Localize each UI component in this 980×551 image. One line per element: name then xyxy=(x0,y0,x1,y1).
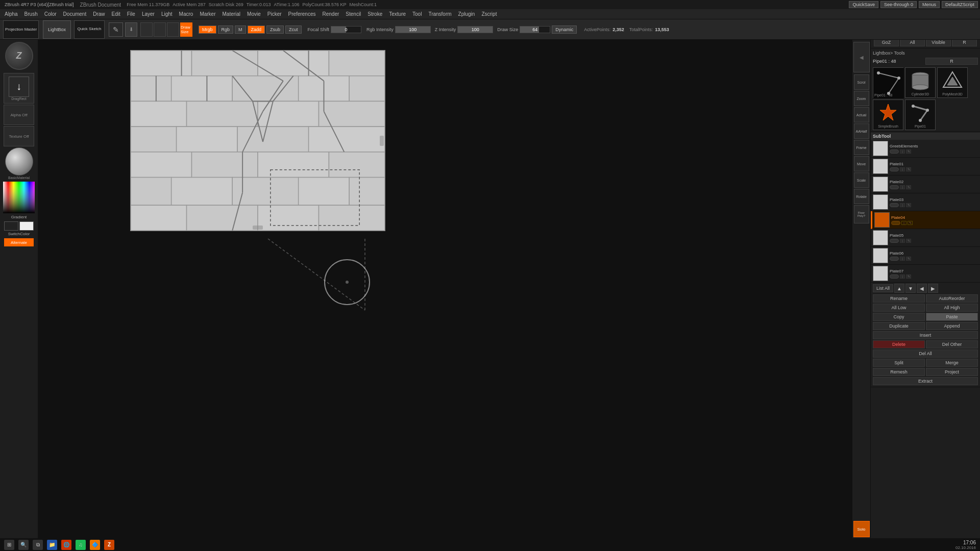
menu-preferences[interactable]: Preferences xyxy=(286,11,318,17)
zadd-button[interactable]: Zadd xyxy=(248,26,265,34)
floor-button[interactable]: Floor Poly? xyxy=(854,205,869,223)
move-down-button[interactable]: ▼ xyxy=(905,284,916,293)
actual-button[interactable]: Actual xyxy=(854,107,869,122)
lightbox-button[interactable]: LightBox xyxy=(43,20,71,39)
menu-movie[interactable]: Movie xyxy=(244,11,263,17)
polymesh3d-button[interactable]: PolyMesh3D xyxy=(937,67,968,98)
simplebrush-button[interactable]: SimpleBrush xyxy=(873,99,903,130)
menu-color[interactable]: Color xyxy=(42,11,59,17)
rgb-button[interactable]: Rgb xyxy=(218,26,234,34)
extract-button[interactable]: Extract xyxy=(873,377,978,385)
rotate-button[interactable]: Rotate xyxy=(854,189,869,204)
switch-color-swatch[interactable] xyxy=(4,221,34,231)
menu-document[interactable]: Document xyxy=(61,11,89,17)
start-button[interactable]: ⊞ xyxy=(4,540,14,550)
zbrush-logo[interactable]: Z xyxy=(5,42,33,70)
subtool-paste-button[interactable]: Paste xyxy=(926,313,978,321)
cylinder3d-button[interactable]: Cylinder3D xyxy=(905,67,936,98)
subtool-plate06[interactable]: Plate06 | ✎ xyxy=(871,247,980,265)
menu-light[interactable]: Light xyxy=(159,11,175,17)
subtool-copy-button[interactable]: Copy xyxy=(873,313,925,321)
canvas-area[interactable] xyxy=(38,40,870,538)
scale-button[interactable]: Scale xyxy=(854,172,869,188)
scroll-button[interactable]: Scrol xyxy=(854,74,869,90)
menus-button[interactable]: Menus xyxy=(919,1,940,8)
menu-macro[interactable]: Macro xyxy=(177,11,196,17)
symmetry2-button[interactable] xyxy=(154,22,166,37)
menu-draw[interactable]: Draw xyxy=(90,11,107,17)
delete-button[interactable]: Delete xyxy=(873,340,925,348)
menu-brush[interactable]: Brush xyxy=(22,11,40,17)
duplicate-button[interactable]: Duplicate xyxy=(873,322,925,330)
menu-alpha[interactable]: Alpha xyxy=(2,11,20,17)
draw-mode-button[interactable]: ⬇ xyxy=(125,22,137,37)
menu-picker[interactable]: Picker xyxy=(265,11,284,17)
spotify-button[interactable]: ♫ xyxy=(76,540,86,550)
subtool-plate01[interactable]: Plate01 | ✎ xyxy=(871,158,980,176)
canvas-artwork[interactable] xyxy=(130,50,385,231)
color-picker[interactable] xyxy=(3,182,35,213)
mrgb-button[interactable]: Mrgb xyxy=(199,26,216,34)
solo-button[interactable]: Solo xyxy=(853,521,870,537)
menu-zplugin[interactable]: Zplugin xyxy=(456,11,478,17)
pipe-r-button[interactable]: R xyxy=(925,58,978,65)
pipe-preview[interactable]: Pipe01 : 48 xyxy=(873,67,903,98)
list-all-button[interactable]: List All xyxy=(873,284,893,292)
draw-active-button[interactable]: Draw Size xyxy=(180,22,192,37)
insert-button[interactable]: Insert xyxy=(873,331,978,339)
menu-zscript[interactable]: Zscript xyxy=(479,11,499,17)
zcut-button[interactable]: Zcut xyxy=(285,26,302,34)
zsub-button[interactable]: Zsub xyxy=(266,26,284,34)
quicksave-button[interactable]: QuickSave xyxy=(849,1,878,8)
seethrough-button[interactable]: See-through 0 xyxy=(880,1,917,8)
canvas-resize-handle[interactable]: ◀ xyxy=(853,42,870,72)
draw-size-slider[interactable]: 64 xyxy=(520,26,550,33)
all-low-button[interactable]: All Low xyxy=(873,304,925,312)
menu-stencil[interactable]: Stencil xyxy=(343,11,363,17)
menu-marker[interactable]: Marker xyxy=(197,11,218,17)
subtool-plate07[interactable]: Plate07 | ✎ xyxy=(871,265,980,283)
all-high-button[interactable]: All High xyxy=(926,304,978,312)
split-button[interactable]: Split xyxy=(873,359,925,367)
remesh-button[interactable]: Remesh xyxy=(873,368,925,376)
move-button[interactable]: Move xyxy=(854,156,869,171)
material-button[interactable]: BasicMaterial xyxy=(5,147,33,180)
auto-reorder-button[interactable]: AutoReorder xyxy=(926,294,978,303)
z-intensity-slider[interactable]: 100 xyxy=(457,26,493,33)
subtool-plate03[interactable]: Plate03 | ✎ xyxy=(871,193,980,211)
frame-button[interactable]: Frame xyxy=(854,140,869,155)
menu-texture[interactable]: Texture xyxy=(386,11,408,17)
symmetry-button[interactable] xyxy=(140,22,153,37)
aahalff-button[interactable]: AAHalf xyxy=(854,123,869,139)
move-left-button[interactable]: ◀ xyxy=(917,284,927,293)
subtool-plate02[interactable]: Plate02 | ✎ xyxy=(871,176,980,193)
menu-tool[interactable]: Tool xyxy=(410,11,424,17)
move-up-button[interactable]: ▲ xyxy=(894,284,904,293)
draw-tool-button[interactable]: ↓ DragRect xyxy=(4,73,34,104)
defaultzscript-button[interactable]: DefaultZScript xyxy=(942,1,978,8)
task-view-button[interactable]: ⧉ xyxy=(33,540,43,550)
menu-material[interactable]: Material xyxy=(220,11,243,17)
subtool-plate05[interactable]: Plate05 | ✎ xyxy=(871,229,980,247)
browser-button[interactable]: 🌐 xyxy=(61,540,71,550)
explorer-button[interactable]: 📁 xyxy=(47,540,57,550)
menu-render[interactable]: Render xyxy=(320,11,342,17)
append-button[interactable]: Append xyxy=(926,322,978,330)
symmetry3-button[interactable] xyxy=(167,22,179,37)
del-all-button[interactable]: Del All xyxy=(873,349,978,358)
quick-sketch-button[interactable]: Quick Sketch xyxy=(74,20,105,39)
subtool-plate04[interactable]: Plate04 | ✎ xyxy=(871,211,980,229)
menu-file[interactable]: File xyxy=(125,11,138,17)
menu-edit[interactable]: Edit xyxy=(109,11,123,17)
menu-transform[interactable]: Transform xyxy=(426,11,454,17)
texture-off-button[interactable]: Texture Off xyxy=(4,126,34,146)
alternate-button[interactable]: Alternate xyxy=(4,238,34,246)
rgb-intensity-slider[interactable]: 100 xyxy=(395,26,431,33)
merge-button[interactable]: Merge xyxy=(926,359,978,367)
draw-icon-button[interactable]: ✎ xyxy=(109,22,123,37)
pipe01-button[interactable]: Pipe01 xyxy=(905,99,936,130)
zbrush-button[interactable]: Z xyxy=(104,540,114,550)
alpha-off-button[interactable]: Alpha Off xyxy=(4,105,34,125)
del-other-button[interactable]: Del Other xyxy=(926,340,978,348)
focal-shift-slider[interactable]: 0 xyxy=(331,26,361,33)
